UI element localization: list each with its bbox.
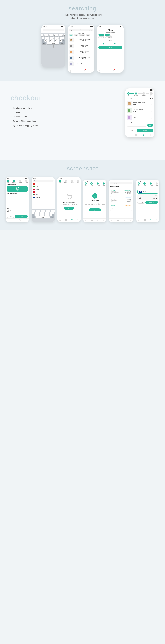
coupon-input[interactable] xyxy=(126,124,146,126)
user-ty-icon[interactable] xyxy=(102,220,104,221)
grid-ss-icon[interactable] xyxy=(14,220,15,221)
home-pay-icon[interactable] xyxy=(138,219,140,221)
qty-up-3[interactable]: + xyxy=(151,115,153,117)
country-item-vn[interactable]: Vietnam xyxy=(32,183,55,186)
home-ord-icon[interactable] xyxy=(111,220,113,221)
product-item-2[interactable]: Driven Backpack $36.00 xyxy=(69,43,93,49)
checkout-left: checkout Beauty payment flows Shipping c… xyxy=(10,88,115,128)
clear-filter-link[interactable]: Clear Filter xyxy=(98,50,122,50)
user-checkout-icon[interactable] xyxy=(150,134,152,136)
cart-item-2[interactable]: Juno Jacket-XL-Green $77.00 + 1 − xyxy=(125,107,154,114)
shop-now-button[interactable]: Shop Now xyxy=(64,206,74,210)
product-item-4[interactable]: Strive Shoulder Pack $32.00 xyxy=(69,55,93,61)
tag-back2[interactable]: back xyxy=(74,34,78,36)
price-thumb-max[interactable] xyxy=(114,43,116,44)
product-item-5[interactable]: Crown Summit Backpack xyxy=(69,61,93,67)
payment-back-btn[interactable]: ← Back xyxy=(138,201,145,204)
price-range-bar[interactable] xyxy=(98,44,122,44)
svg-rect-9 xyxy=(91,30,92,30)
home-ec-icon[interactable] xyxy=(59,219,61,221)
qty-down-2[interactable]: − xyxy=(151,111,153,113)
home-nav-icon[interactable] xyxy=(70,70,72,72)
qty-up-2[interactable]: + xyxy=(151,108,153,110)
grid-pay-icon[interactable] xyxy=(144,219,146,221)
grid-ty-icon[interactable] xyxy=(91,220,93,221)
tag-backback[interactable]: backback xyxy=(79,34,86,36)
search-clear[interactable]: ✕ xyxy=(87,29,88,31)
chip-outerwear[interactable]: Outerwear xyxy=(106,36,113,38)
product-item-3[interactable]: Fusion Backpack $59.00 xyxy=(69,49,93,55)
price-thumb-min[interactable] xyxy=(103,43,104,44)
search-nav-icon[interactable] xyxy=(77,70,79,72)
grid-checkout-icon[interactable] xyxy=(135,134,137,136)
user-ord-icon[interactable] xyxy=(130,220,131,221)
battery-icon xyxy=(61,26,64,27)
status-bar-3: 9:41 ψ xyxy=(97,25,124,28)
chip-sweatshirts[interactable]: Sweatshirts xyxy=(110,34,118,36)
chip-trousers[interactable]: Trousers xyxy=(98,36,105,38)
country-item-na[interactable]: Namibia xyxy=(32,196,55,199)
grid-icon-3[interactable] xyxy=(106,70,108,72)
country-phone: 9:41 ψ ψ Search Vietnam Suriname Denmark xyxy=(32,177,55,222)
confirm-order-btn[interactable]: Confirm Order xyxy=(145,201,158,204)
home-checkout-icon[interactable] xyxy=(128,134,130,136)
product-item-1[interactable]: Endeavor Daytrip Backpack $33.00 xyxy=(69,37,93,43)
next-step-button[interactable]: Next Step xyxy=(137,129,153,132)
filter-icon[interactable] xyxy=(91,30,92,31)
country-item-it[interactable]: Italy xyxy=(32,194,55,196)
order-card-2[interactable]: #14278 PENDING Order Date 01/03/2019 Pay… xyxy=(110,196,132,203)
filter-button[interactable]: Filter xyxy=(98,46,122,49)
chip-shirt[interactable]: Shirt xyxy=(105,34,110,36)
chip-blouses[interactable]: Blouses xyxy=(98,34,104,36)
cart-item-1[interactable]: Endeavor Daytrip Backpack $33.00 + 1 − xyxy=(125,100,154,107)
back-button[interactable]: ← Back xyxy=(126,129,136,132)
product-price-2: $36.00 xyxy=(75,46,93,47)
search-bar-1[interactable] xyxy=(42,28,64,31)
product-price-4: $32.00 xyxy=(75,58,93,59)
search-bar-2[interactable]: pack ✕ | xyxy=(69,28,93,32)
payment-paypal[interactable]: P PayPal xyxy=(138,190,158,194)
country-item-gd[interactable]: Grenada xyxy=(32,191,55,194)
user-ss-icon[interactable] xyxy=(25,220,27,221)
shipping-back-btn[interactable]: Back xyxy=(7,215,14,218)
battery-ss xyxy=(26,178,27,179)
order-card-3[interactable]: #14026 PENDING Order Date 01/03/2019 Pay… xyxy=(110,204,132,211)
view-orders-button[interactable]: View My Orders xyxy=(89,208,101,212)
qty-down-1[interactable]: − xyxy=(151,104,153,106)
cart-item-3[interactable]: Marco Lightweight Active Hoodie-L-Lavend… xyxy=(125,114,154,121)
cart-ss-icon[interactable] xyxy=(19,220,21,221)
grid-ord-icon[interactable] xyxy=(117,220,119,221)
grid-ec-icon[interactable] xyxy=(65,219,67,221)
cart-ord-icon[interactable] xyxy=(124,220,125,221)
shipping-next-btn[interactable]: Next Step xyxy=(15,215,28,218)
order-card-1[interactable]: #14279 DELIVERED Order Date 01/03/2019 P… xyxy=(110,189,132,195)
space-key[interactable]: space xyxy=(47,42,59,44)
user-icon-3[interactable] xyxy=(119,70,121,72)
product-catalog-label: Product Catalog ψ xyxy=(98,32,122,34)
qty-down-3[interactable]: − xyxy=(151,118,153,120)
user-ec-icon[interactable] xyxy=(77,219,78,221)
svg-rect-73 xyxy=(117,220,118,220)
country-search[interactable]: ψ Search xyxy=(32,180,54,182)
country-item-dk[interactable]: Denmark xyxy=(32,188,55,191)
cart-ty-icon[interactable] xyxy=(97,220,98,221)
country-item-sr[interactable]: Suriname xyxy=(32,186,55,188)
apply-button[interactable]: Apply xyxy=(147,124,153,126)
tag-tshirt[interactable]: tshirt xyxy=(86,34,90,36)
svg-rect-33 xyxy=(107,70,108,71)
tag-back[interactable]: back xyxy=(69,34,73,36)
svg-rect-66 xyxy=(91,220,92,220)
user-pay-icon[interactable] xyxy=(156,219,157,221)
search-input-1[interactable] xyxy=(46,29,63,30)
user-nav-icon[interactable] xyxy=(90,70,92,72)
home-ss-icon[interactable] xyxy=(8,220,10,221)
svg-point-5 xyxy=(70,30,71,30)
qty-up-1[interactable]: + xyxy=(151,101,153,103)
home-ty-icon[interactable] xyxy=(85,220,87,221)
searching-title: searching xyxy=(3,5,162,12)
country-item-pa[interactable]: Panama xyxy=(32,199,55,201)
orders-search[interactable]: ψ Search xyxy=(110,182,132,184)
home-icon-3[interactable] xyxy=(99,70,102,72)
shipping-badge[interactable]: $15 Free Ship 1 - 4 days xyxy=(7,186,28,192)
flag-na xyxy=(33,196,35,198)
